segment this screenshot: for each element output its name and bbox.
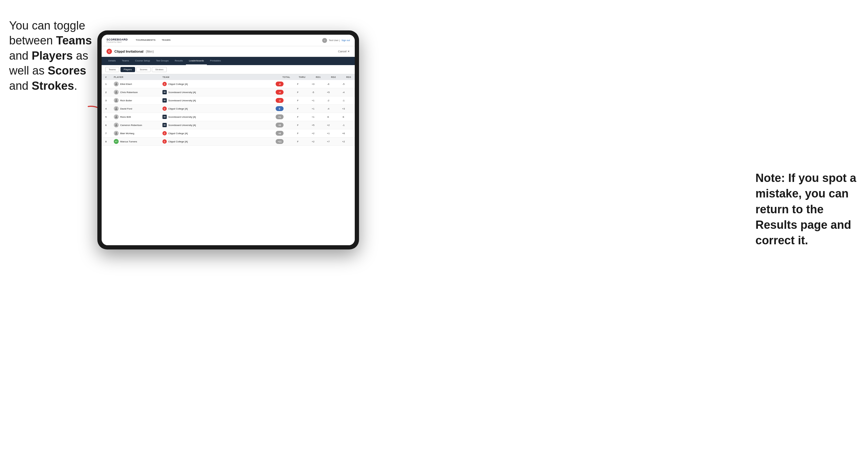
tablet-screen: SCOREBOARD Powered by clippd TOURNAMENTS… (102, 35, 355, 245)
table-row[interactable]: 1 Elliot Ebert C Clippd College [A] -8 F… (102, 80, 355, 88)
toggle-scores-button[interactable]: Scores (136, 67, 151, 72)
total-cell: -2 (269, 98, 290, 103)
logo-sub: Powered by clippd (106, 41, 128, 43)
player-name: Cameron Robertson (120, 124, 142, 127)
cancel-button[interactable]: Cancel ✕ (338, 50, 350, 53)
rd3-cell: +6 (336, 132, 351, 135)
score-badge: +6 (276, 123, 284, 127)
score-badge: -4 (276, 90, 284, 95)
rd1-cell: +1 (306, 107, 321, 110)
player-avatar (114, 115, 119, 119)
rd3-cell: -1 (336, 124, 351, 127)
nav-links: TOURNAMENTS TEAMS (133, 35, 322, 46)
team-name: Clippd College [A] (168, 107, 188, 110)
clippd-c-icon: C (106, 49, 112, 54)
player-avatar: MT (114, 139, 119, 144)
nav-right: U Test User | Sign out (322, 38, 350, 43)
rd1-cell: +1 (306, 99, 321, 102)
team-cell: C Clippd College [A] (162, 82, 223, 86)
sub-tabs: Details Teams Course Setup Tee Groups Re… (102, 57, 355, 65)
rd2-cell: -4 (321, 107, 336, 110)
tab-tee-groups[interactable]: Tee Groups (153, 57, 172, 65)
team-logo-sb: SB (162, 90, 167, 94)
rank-cell: 1 (105, 83, 114, 86)
note-bold: Note: If you spot a mistake, you can ret… (755, 172, 856, 247)
col-player: PLAYER (114, 76, 162, 79)
player-avatar (114, 106, 119, 111)
rd3-cell: E (336, 116, 351, 118)
table-row[interactable]: 5 Rees Britt SB Scoreboard University [A… (102, 113, 355, 121)
col-rd3: RD3 (336, 76, 351, 79)
player-avatar (114, 131, 119, 136)
table-row[interactable]: 6 Cameron Robertson SB Scoreboard Univer… (102, 121, 355, 129)
toggle-teams-button[interactable]: Teams (105, 67, 119, 72)
tab-teams[interactable]: Teams (119, 57, 132, 65)
rd2-cell: -6 (321, 83, 336, 86)
team-name: Scoreboard University [A] (168, 99, 196, 102)
player-name: Elliot Ebert (120, 83, 132, 86)
team-logo-sb: SB (162, 123, 167, 127)
player-avatar (114, 90, 119, 95)
col-thru: THRU (290, 76, 306, 79)
team-logo-clippd: C (162, 82, 167, 86)
player-name: Rees Britt (120, 116, 131, 118)
rd3-cell: -5 (336, 83, 351, 86)
nav-tournaments[interactable]: TOURNAMENTS (133, 35, 158, 46)
player-cell: Chris Robertson (114, 90, 162, 95)
team-cell: SB Scoreboard University [A] (162, 98, 223, 102)
score-badge: +8 (276, 131, 284, 136)
tab-leaderboards[interactable]: Leaderboards (186, 57, 207, 65)
player-cell: David Ford (114, 106, 162, 111)
toggle-strokes-button[interactable]: Strokes (152, 67, 167, 72)
table-row[interactable]: 4 David Ford C Clippd College [A] E F +1… (102, 105, 355, 113)
team-logo-clippd: C (162, 106, 167, 111)
right-annotation: Note: If you spot a mistake, you can ret… (755, 170, 859, 248)
player-cell: Cameron Robertson (114, 123, 162, 127)
score-badge: E (276, 106, 284, 111)
rd3-cell: -4 (336, 91, 351, 94)
svg-point-3 (116, 99, 117, 100)
team-name: Clippd College [A] (168, 140, 188, 143)
user-avatar: U (322, 38, 327, 43)
table-row[interactable]: 2 Chris Robertson SB Scoreboard Universi… (102, 88, 355, 96)
top-nav: SCOREBOARD Powered by clippd TOURNAMENTS… (102, 35, 355, 46)
rank-cell: 5 (105, 116, 114, 118)
signout-link[interactable]: Sign out (341, 39, 350, 42)
player-name: Rich Butler (120, 99, 132, 102)
team-name: Clippd College [A] (168, 132, 188, 135)
nav-teams[interactable]: TEAMS (158, 35, 174, 46)
thru-cell: F (290, 132, 306, 135)
rd1-cell: +2 (306, 132, 321, 135)
tab-results[interactable]: Results (172, 57, 186, 65)
rank-cell: 8 (105, 140, 114, 143)
tab-details[interactable]: Details (105, 57, 119, 65)
player-avatar (114, 123, 119, 127)
team-cell: SB Scoreboard University [A] (162, 90, 223, 94)
tab-course-setup[interactable]: Course Setup (132, 57, 153, 65)
tablet-frame: SCOREBOARD Powered by clippd TOURNAMENTS… (97, 30, 359, 249)
table-row[interactable]: 7 Blair McHarg C Clippd College [A] +8 F… (102, 129, 355, 137)
col-team: TEAM (162, 76, 223, 79)
team-logo-sb: SB (162, 98, 167, 102)
total-cell: +8 (269, 131, 290, 136)
user-label: Test User | (329, 39, 340, 42)
rd2-cell: +7 (321, 140, 336, 143)
table-row[interactable]: 3 Rich Butler SB Scoreboard University [… (102, 96, 355, 105)
team-cell: C Clippd College [A] (162, 106, 223, 111)
col-rank: # (105, 76, 114, 79)
rd1-cell: +2 (306, 140, 321, 143)
tournament-header: C Clippd Invitational (Men) Cancel ✕ (102, 46, 355, 57)
score-badge: -8 (276, 82, 284, 86)
svg-point-6 (116, 124, 117, 125)
player-rows-container: 1 Elliot Ebert C Clippd College [A] -8 F… (102, 80, 355, 146)
toggle-players-button[interactable]: Players (121, 67, 135, 72)
tab-printables[interactable]: Printables (207, 57, 224, 65)
rank-cell: 7 (105, 132, 114, 135)
score-badge: +11 (276, 139, 284, 144)
rd1-cell: -5 (306, 91, 321, 94)
team-name: Clippd College [A] (168, 83, 188, 86)
player-avatar (114, 82, 119, 86)
rd3-cell: +2 (336, 140, 351, 143)
logo-title: SCOREBOARD (106, 38, 128, 41)
table-row[interactable]: 8 MT Marcus Turners C Clippd College [A]… (102, 137, 355, 146)
